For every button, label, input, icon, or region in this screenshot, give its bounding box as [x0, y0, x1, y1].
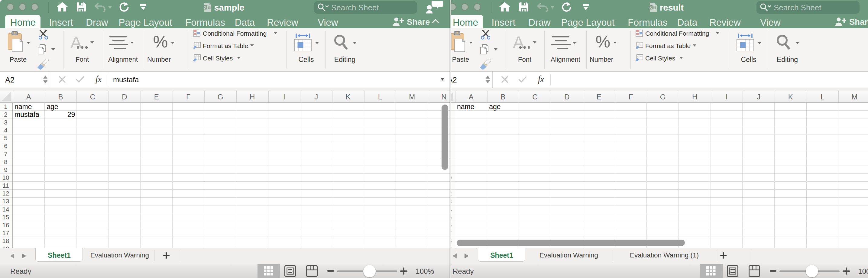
svg-text:X: X	[204, 5, 206, 10]
svg-text:A: A	[70, 34, 82, 50]
svg-text:A: A	[513, 34, 524, 50]
svg-text:X: X	[650, 5, 652, 10]
